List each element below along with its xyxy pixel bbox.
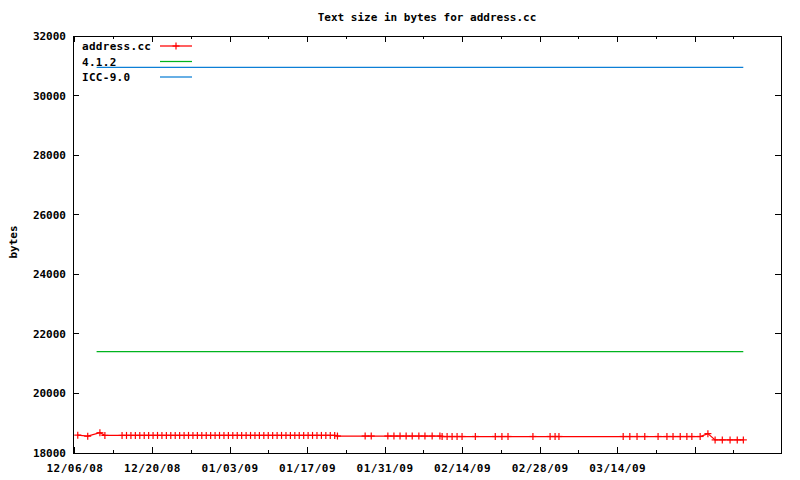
legend-label: address.cc: [82, 40, 151, 53]
plot-frame: [73, 36, 781, 453]
chart-title: Text size in bytes for address.cc: [318, 11, 537, 24]
chart-svg: Text size in bytes for address.cc bytes …: [0, 0, 800, 480]
legend-label: ICC-9.0: [82, 71, 130, 84]
tick-labels: 1800020000220002400026000280003000032000…: [33, 30, 646, 475]
x-tick-label: 01/03/09: [202, 462, 259, 475]
x-tick-label: 01/31/09: [357, 462, 414, 475]
y-axis-label: bytes: [7, 225, 20, 258]
legend-label: 4.1.2: [82, 56, 117, 69]
plot-border: [73, 36, 781, 453]
legend-entry-address-cc: address.cc: [82, 40, 192, 53]
x-tick-label: 12/06/08: [47, 462, 104, 475]
x-tick-label: 02/28/09: [512, 462, 569, 475]
legend: address.cc4.1.2ICC-9.0: [82, 40, 192, 84]
legend-entry-icc-9-0: ICC-9.0: [82, 71, 192, 84]
series-layer: [74, 67, 747, 443]
y-tick-label: 28000: [33, 149, 66, 162]
series-address-cc: [74, 429, 747, 443]
y-tick-label: 20000: [33, 387, 66, 400]
chart-canvas: Text size in bytes for address.cc bytes …: [0, 0, 800, 480]
x-tick-label: 03/14/09: [589, 462, 646, 475]
x-tick-label: 02/14/09: [434, 462, 491, 475]
y-tick-label: 22000: [33, 328, 66, 341]
x-tick-label: 01/17/09: [279, 462, 336, 475]
y-tick-label: 30000: [33, 90, 66, 103]
y-tick-label: 26000: [33, 209, 66, 222]
y-tick-label: 24000: [33, 268, 66, 281]
x-tick-label: 12/20/08: [124, 462, 181, 475]
y-tick-label: 18000: [33, 447, 66, 460]
y-tick-label: 32000: [33, 30, 66, 43]
legend-entry-4-1-2: 4.1.2: [82, 56, 192, 69]
axis-ticks: [73, 36, 781, 453]
